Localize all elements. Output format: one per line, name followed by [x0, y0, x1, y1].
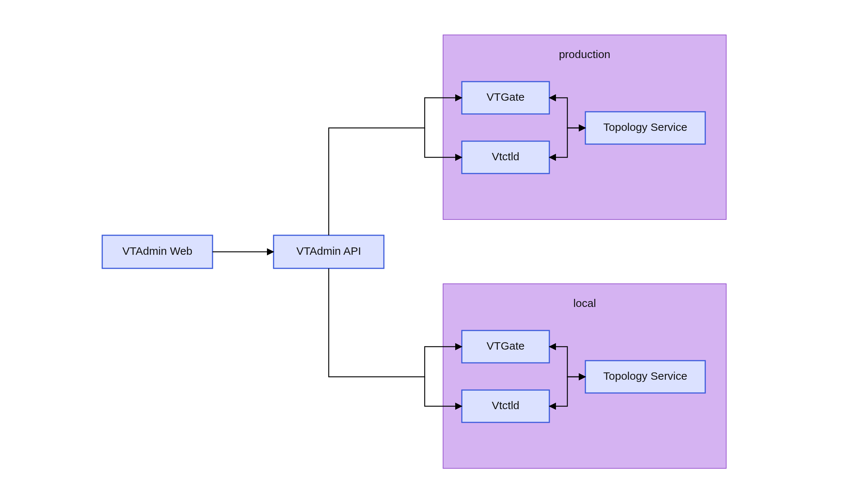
node-production-topo: Topology Service	[585, 112, 705, 144]
node-local-vtctld: Vtctld	[462, 390, 549, 422]
node-vtadmin-web: VTAdmin Web	[102, 235, 213, 268]
node-local-vtctld-label: Vtctld	[492, 399, 519, 411]
node-vtadmin-web-label: VTAdmin Web	[122, 245, 193, 257]
node-vtadmin-api-label: VTAdmin API	[296, 245, 361, 257]
edge-api-production-vtgate	[329, 98, 462, 235]
node-vtadmin-api: VTAdmin API	[274, 235, 384, 268]
cluster-local: local VTGate Vtctld Topology Service	[443, 284, 726, 468]
cluster-local-title: local	[573, 297, 596, 309]
cluster-production-title: production	[559, 48, 610, 60]
node-local-vtgate: VTGate	[462, 330, 549, 363]
node-production-vtctld-label: Vtctld	[492, 150, 519, 162]
node-local-topo-label: Topology Service	[603, 370, 687, 382]
node-production-vtgate: VTGate	[462, 82, 549, 114]
node-production-vtgate-label: VTGate	[486, 91, 524, 103]
node-local-vtgate-label: VTGate	[486, 340, 524, 352]
architecture-diagram: production VTGate Vtctld Topology Servic…	[0, 0, 856, 504]
node-local-topo: Topology Service	[585, 361, 705, 393]
node-production-vtctld: Vtctld	[462, 141, 549, 174]
node-production-topo-label: Topology Service	[603, 121, 687, 133]
cluster-production: production VTGate Vtctld Topology Servic…	[443, 35, 726, 219]
edge-api-local-vtgate	[329, 268, 462, 377]
